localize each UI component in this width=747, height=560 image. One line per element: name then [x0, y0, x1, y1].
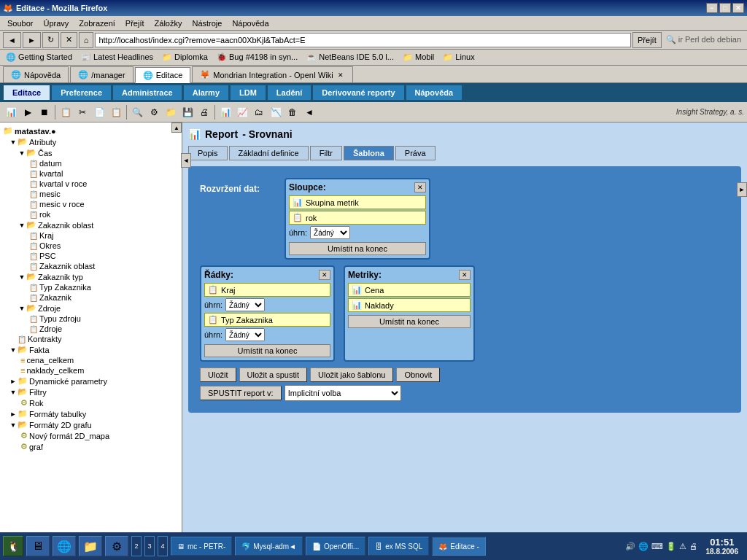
taskbar-icon-1[interactable]: 🖥: [26, 536, 50, 556]
report-tab-filtr[interactable]: Filtr: [310, 146, 342, 160]
toolbar-icon-8[interactable]: 🔍: [129, 104, 145, 120]
sidebar-item-mesic[interactable]: 📋 mesic: [3, 189, 179, 199]
toolbar-icon-14[interactable]: 📈: [234, 104, 250, 120]
app-tab-preference[interactable]: Preference: [51, 85, 112, 101]
bookmark-netbeans[interactable]: ☕ NetBeans IDE 5.0 l...: [303, 52, 397, 63]
sidebar-item-formaty-tabulky[interactable]: ► 📁 Formáty tabulky: [3, 408, 179, 419]
taskbar-mssql[interactable]: 🗄 ex MS SQL: [368, 537, 429, 556]
taskbar-number-4[interactable]: 4: [158, 536, 168, 556]
menu-prejit[interactable]: Přejít: [121, 18, 149, 28]
toolbar-icon-2[interactable]: ▶: [20, 104, 36, 120]
url-input[interactable]: [95, 33, 631, 47]
app-tab-editace[interactable]: Editace: [3, 85, 50, 101]
browser-tab-editace[interactable]: 🌐 Editace: [135, 67, 191, 83]
metriky-item-cena[interactable]: 📊 Cena: [348, 283, 471, 297]
toolbar-icon-7[interactable]: 📋: [108, 104, 124, 120]
toolbar-icon-11[interactable]: 💾: [179, 104, 196, 120]
sidebar-item-kvartal[interactable]: 📋 kvartal: [3, 168, 179, 179]
toolbar-icon-12[interactable]: 🖨: [196, 104, 212, 120]
radky-close-button[interactable]: ✕: [319, 270, 330, 280]
minimize-button[interactable]: −: [706, 3, 718, 13]
taskbar-editace[interactable]: 🦊 Editace -: [432, 537, 485, 556]
sidebar-item-cas[interactable]: ▼ 📂 Čas: [3, 147, 179, 158]
sidebar-item-datum[interactable]: 📋 datum: [3, 158, 179, 168]
obnovit-button[interactable]: Obnovit: [396, 368, 440, 382]
toolbar-icon-6[interactable]: 📄: [91, 104, 107, 120]
sidebar-item-kraj[interactable]: 📋 Kraj: [3, 230, 179, 241]
browser-tab-manager[interactable]: 🌐 /manager: [70, 66, 133, 82]
toolbar-icon-13[interactable]: 📊: [217, 104, 233, 120]
browser-tab-mondrian[interactable]: 🦊 Mondrian Integration - OpenI Wiki ✕: [192, 66, 352, 82]
start-button[interactable]: 🐧: [3, 536, 23, 556]
taskbar-number-2[interactable]: 2: [131, 536, 142, 556]
taskbar-icon-2[interactable]: 🌐: [53, 536, 76, 556]
sidebar-item-zakaznik-typ-group[interactable]: ▼ 📂 Zakaznik typ: [3, 271, 179, 282]
collapse-sidebar-button[interactable]: ◄: [182, 153, 191, 168]
home-button[interactable]: ⌂: [79, 32, 94, 48]
bookmark-linux[interactable]: 📁 Linux: [440, 52, 477, 63]
sidebar-item-psc[interactable]: 📋 PSC: [3, 251, 179, 261]
report-tab-popis[interactable]: Popis: [188, 146, 228, 160]
spustit-select[interactable]: Implicitní volba Nové okno Stejné okno: [285, 385, 401, 401]
taskbar-icon-4[interactable]: ⚙: [105, 536, 128, 556]
sidebar-item-dynamicke[interactable]: ► 📁 Dynamické parametry: [3, 376, 179, 386]
sidebar-item-formaty-2d[interactable]: ▼ 📂 Formáty 2D grafu: [3, 419, 179, 430]
sidebar-root[interactable]: 📁 matastav.●: [3, 125, 179, 136]
toolbar-icon-15[interactable]: 🗂: [251, 104, 267, 120]
close-button[interactable]: ✕: [732, 3, 744, 13]
sidebar-item-cena-celkem[interactable]: ≡ cena_celkem: [3, 355, 179, 365]
radky-uhrn-kraj-select[interactable]: Žádný Součet: [225, 298, 265, 311]
menu-zobrazeni[interactable]: Zobrazení: [74, 18, 120, 28]
report-tab-prava[interactable]: Práva: [395, 146, 436, 160]
sloupce-item-rok[interactable]: 📋 rok: [289, 211, 426, 225]
sidebar-item-rok[interactable]: 📋 rok: [3, 209, 179, 219]
menu-soubor[interactable]: Soubor: [3, 18, 37, 28]
expand-right-button[interactable]: ►: [737, 182, 747, 197]
sidebar-item-filtry[interactable]: ▼ 📂 Filtry: [3, 386, 179, 397]
sidebar-item-naklady-celkem[interactable]: ≡ naklady_celkem: [3, 365, 179, 376]
taskbar-openoffice[interactable]: 📄 OpenOffi...: [306, 537, 365, 556]
app-tab-derivovane[interactable]: Derivované reporty: [312, 85, 404, 101]
toolbar-icon-17[interactable]: 🗑: [285, 104, 301, 120]
sidebar-item-mesic-v-roce[interactable]: 📋 mesic v roce: [3, 199, 179, 209]
reload-button[interactable]: ↻: [42, 32, 59, 48]
spustit-button[interactable]: SPUSTIT report v:: [200, 386, 282, 400]
taskbar-mc[interactable]: 🖥 mc - PETR-: [171, 537, 232, 556]
radky-uhrn-typ-select[interactable]: Žádný Součet: [225, 328, 265, 341]
menu-nastroje[interactable]: Nástroje: [187, 18, 226, 28]
sloupce-item-skupina[interactable]: 📊 Skupina metrik: [289, 195, 426, 209]
metriky-place-button[interactable]: Umístit na konec: [348, 315, 471, 328]
sloupce-close-button[interactable]: ✕: [414, 182, 426, 192]
bookmark-diplomka[interactable]: 📁 Diplomka: [159, 52, 211, 63]
bookmark-latest-headlines[interactable]: 📰 Latest Headlines: [78, 52, 156, 63]
ulozit-button[interactable]: Uložit: [200, 368, 236, 382]
toolbar-icon-10[interactable]: 📁: [163, 104, 179, 120]
toolbar-icon-1[interactable]: 📊: [3, 104, 19, 120]
sidebar-item-zakaznik[interactable]: 📋 Zakaznik: [3, 292, 179, 303]
menu-napoveda[interactable]: Nápověda: [228, 18, 273, 28]
sidebar-item-typ-zakaznika[interactable]: 📋 Typ Zakaznika: [3, 282, 179, 292]
menu-upravy[interactable]: Úpravy: [39, 18, 73, 28]
bookmark-mobil[interactable]: 📁 Mobil: [400, 52, 437, 63]
metriky-item-naklady[interactable]: 📊 Naklady: [348, 298, 471, 312]
radky-item-typ-zakaznika[interactable]: 📋 Typ Zakaznika: [204, 313, 330, 327]
sidebar-item-atributy[interactable]: ▼ 📂 Atributy: [3, 136, 179, 147]
sidebar-item-typu-zdroju[interactable]: 📋 Typu zdroju: [3, 314, 179, 324]
sidebar-item-graf[interactable]: ⚙ graf: [3, 441, 179, 452]
sidebar-item-okres[interactable]: 📋 Okres: [3, 241, 179, 251]
toolbar-icon-16[interactable]: 📉: [268, 104, 284, 120]
radky-place-button[interactable]: Umístit na konec: [204, 344, 330, 357]
app-tab-administrace[interactable]: Administrace: [112, 85, 182, 101]
stop-button[interactable]: ✕: [61, 32, 77, 48]
toolbar-icon-5[interactable]: ✂: [74, 104, 90, 120]
ulozit-spustit-button[interactable]: Uložit a spustit: [239, 368, 308, 382]
browser-tab-napoveda[interactable]: 🌐 Nápověda: [3, 66, 69, 82]
sidebar-item-zakaznik-oblast[interactable]: 📋 Zakaznik oblast: [3, 261, 179, 271]
app-tab-ladeni[interactable]: Ladění: [267, 85, 311, 101]
maximize-button[interactable]: □: [719, 3, 731, 13]
radky-item-kraj[interactable]: 📋 Kraj: [204, 283, 330, 297]
sidebar-item-zakaznik-oblast-group[interactable]: ▼ 📂 Zakaznik oblast: [3, 219, 179, 230]
sidebar-item-zdroje-group[interactable]: ▼ 📂 Zdroje: [3, 303, 179, 314]
report-tab-sablona[interactable]: Šablona: [344, 146, 394, 160]
sloupce-uhrn-select[interactable]: Žádný Součet Průměr: [310, 226, 350, 239]
